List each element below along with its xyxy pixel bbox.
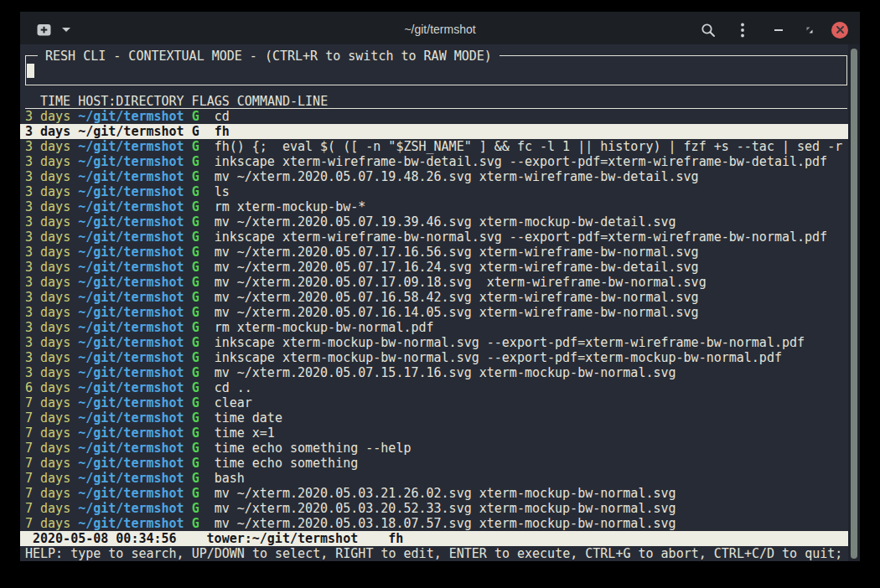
row-flags: G [192, 516, 199, 531]
row-command: inkscape xterm-wireframe-bw-normal.svg -… [215, 230, 828, 245]
row-command: fh() {; eval $( ([ -n "$ZSH_NAME" ] && f… [215, 139, 843, 154]
history-row[interactable]: 3 days~/git/termshotGmv ~/xterm.2020.05.… [20, 260, 848, 275]
row-flags: G [192, 441, 199, 456]
row-command: time x=1 [215, 426, 275, 441]
row-host-directory: ~/git/termshot [78, 471, 184, 486]
row-host-directory: ~/git/termshot [78, 426, 184, 441]
row-time: 3 days [25, 305, 70, 320]
text-cursor [27, 64, 34, 78]
row-flags: G [192, 154, 199, 169]
history-row[interactable]: 7 days~/git/termshotGmv ~/xterm.2020.05.… [20, 516, 848, 531]
status-bar: 2020-05-08 00:34:56tower:~/git/termshotf… [20, 531, 848, 546]
search-button[interactable] [700, 13, 717, 46]
row-command: mv ~/xterm.2020.05.07.16.14.05.svg xterm… [215, 305, 699, 320]
row-command: bash [215, 471, 245, 486]
row-flags: G [192, 214, 199, 230]
history-row[interactable]: 6 days~/git/termshotGcd .. [20, 380, 848, 395]
row-time: 7 days [25, 471, 70, 486]
row-host-directory: ~/git/termshot [78, 350, 184, 365]
row-time: 3 days [25, 365, 70, 380]
history-row[interactable]: 3 days~/git/termshotGfh [20, 124, 848, 139]
history-row[interactable]: 7 days~/git/termshotGtime echo something [20, 456, 848, 471]
row-time: 3 days [25, 290, 70, 305]
row-host-directory: ~/git/termshot [78, 410, 184, 426]
history-row[interactable]: 7 days~/git/termshotGclear [20, 395, 848, 410]
row-time: 7 days [25, 410, 70, 426]
row-host-directory: ~/git/termshot [78, 214, 184, 230]
row-command: rm xterm-mockup-bw-normal.pdf [215, 320, 434, 335]
minimize-button[interactable] [774, 13, 784, 46]
history-row[interactable]: 7 days~/git/termshotGmv ~/xterm.2020.05.… [20, 486, 848, 501]
row-flags: G [192, 365, 199, 380]
history-row[interactable]: 3 days~/git/termshotGinkscape xterm-mock… [20, 335, 848, 350]
row-flags: G [192, 275, 199, 290]
row-time: 7 days [25, 395, 70, 410]
history-row[interactable]: 7 days~/git/termshotGmv ~/xterm.2020.05.… [20, 501, 848, 516]
row-command: mv ~/xterm.2020.05.07.19.39.46.svg xterm… [215, 214, 676, 230]
history-row[interactable]: 3 days~/git/termshotGinkscape xterm-mock… [20, 350, 848, 365]
row-command: mv ~/xterm.2020.05.07.16.58.42.svg xterm… [215, 290, 699, 305]
row-time: 7 days [25, 441, 70, 456]
row-time: 3 days [25, 139, 70, 154]
row-flags: G [192, 471, 199, 486]
history-row[interactable]: 7 days~/git/termshotGbash [20, 471, 848, 486]
row-command: mv ~/xterm.2020.05.07.17.16.24.svg xterm… [215, 260, 699, 275]
history-row[interactable]: 3 days~/git/termshotGmv ~/xterm.2020.05.… [20, 245, 848, 260]
row-command: cd .. [215, 380, 252, 395]
row-command: mv ~/xterm.2020.05.03.18.07.57.svg xterm… [215, 516, 676, 531]
row-time: 3 days [25, 350, 70, 365]
menu-button[interactable] [737, 13, 748, 46]
row-host-directory: ~/git/termshot [78, 245, 184, 260]
history-row[interactable]: 3 days~/git/termshotGmv ~/xterm.2020.05.… [20, 214, 848, 230]
history-row[interactable]: 3 days~/git/termshotGmv ~/xterm.2020.05.… [20, 290, 848, 305]
row-time: 3 days [25, 169, 70, 184]
history-row[interactable]: 3 days~/git/termshotGfh() {; eval $( ([ … [20, 139, 848, 154]
restore-button[interactable] [804, 13, 815, 46]
history-row[interactable]: 3 days~/git/termshotGmv ~/xterm.2020.05.… [20, 365, 848, 380]
row-flags: G [192, 305, 199, 320]
close-button[interactable] [831, 13, 849, 46]
row-command: inkscape xterm-mockup-bw-normal.svg --ex… [215, 335, 805, 350]
row-command: mv ~/xterm.2020.05.07.15.17.16.svg xterm… [215, 365, 676, 380]
row-flags: G [192, 199, 199, 214]
row-command: time echo something [215, 456, 359, 471]
resh-input-panel[interactable]: RESH CLI - CONTEXTUAL MODE - (CTRL+R to … [25, 55, 847, 85]
history-row[interactable]: 3 days~/git/termshotGmv ~/xterm.2020.05.… [20, 169, 848, 184]
row-host-directory: ~/git/termshot [78, 230, 184, 245]
history-row[interactable]: 7 days~/git/termshotGtime date [20, 410, 848, 426]
row-flags: G [192, 260, 199, 275]
history-row[interactable]: 3 days~/git/termshotGmv ~/xterm.2020.05.… [20, 305, 848, 320]
history-row[interactable]: 3 days~/git/termshotGrm xterm-mockup-bw-… [20, 320, 848, 335]
scrollbar-thumb[interactable] [851, 49, 857, 559]
row-time: 3 days [25, 184, 70, 199]
row-command: mv ~/xterm.2020.05.07.17.09.18.svg xterm… [215, 275, 707, 290]
row-flags: G [192, 335, 199, 350]
row-host-directory: ~/git/termshot [78, 486, 184, 501]
history-row[interactable]: 7 days~/git/termshotGtime x=1 [20, 426, 848, 441]
row-host-directory: ~/git/termshot [78, 169, 184, 184]
restore-icon [805, 26, 814, 34]
row-command: cd [215, 109, 230, 124]
terminal-screen: RESH CLI - CONTEXTUAL MODE - (CTRL+R to … [20, 44, 860, 561]
row-time: 3 days [25, 124, 70, 139]
row-host-directory: ~/git/termshot [78, 290, 184, 305]
history-row[interactable]: 3 days~/git/termshotGinkscape xterm-wire… [20, 230, 848, 245]
row-flags: G [192, 169, 199, 184]
row-host-directory: ~/git/termshot [78, 501, 184, 516]
history-row[interactable]: 3 days~/git/termshotGinkscape xterm-wire… [20, 154, 848, 169]
row-flags: G [192, 501, 199, 516]
row-host-directory: ~/git/termshot [78, 124, 184, 139]
row-time: 7 days [25, 516, 70, 531]
history-row[interactable]: 3 days~/git/termshotGls [20, 184, 848, 199]
row-command: time echo something --help [215, 441, 412, 456]
history-row[interactable]: 7 days~/git/termshotGtime echo something… [20, 441, 848, 456]
history-row[interactable]: 3 days~/git/termshotGrm xterm-mockup-bw-… [20, 199, 848, 214]
row-time: 3 days [25, 230, 70, 245]
row-flags: G [192, 245, 199, 260]
row-flags: G [192, 320, 199, 335]
history-row[interactable]: 3 days~/git/termshotGcd [20, 109, 848, 124]
terminal-window: ~/git/termshot [20, 12, 860, 561]
row-host-directory: ~/git/termshot [78, 456, 184, 471]
status-datetime: 2020-05-08 00:34:56 [33, 531, 177, 546]
history-row[interactable]: 3 days~/git/termshotGmv ~/xterm.2020.05.… [20, 275, 848, 290]
